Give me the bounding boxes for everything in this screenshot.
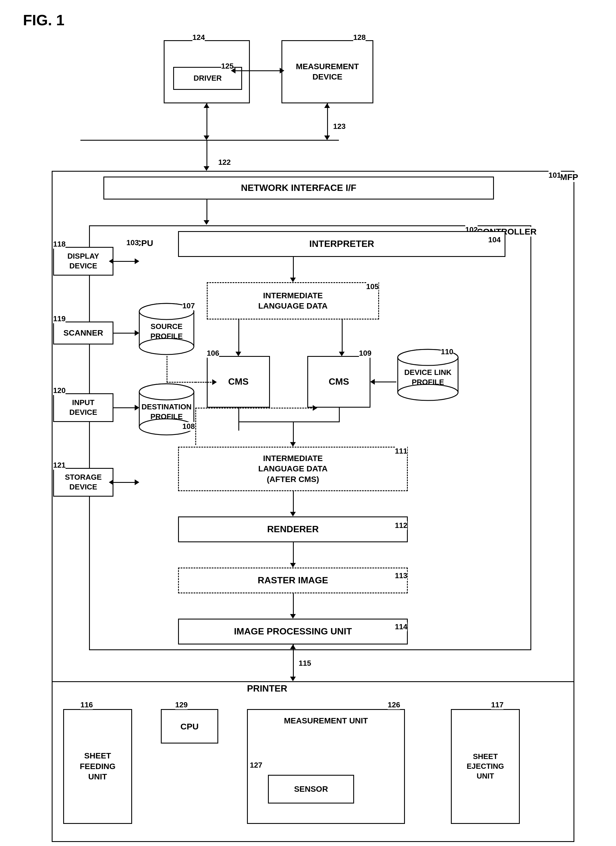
ref-117: 117 <box>491 701 503 709</box>
ref-103: 103 <box>126 238 139 247</box>
intermediate-lang-after-box: INTERMEDIATE LANGUAGE DATA (AFTER CMS) <box>178 446 408 491</box>
ref-129: 129 <box>175 701 188 709</box>
device-link-profile-label: DEVICE LINK PROFILE <box>404 368 452 387</box>
arrowhead-dlp-to-cms2 <box>370 379 375 385</box>
ref-123: 123 <box>333 122 345 131</box>
arrow-cms-join-h <box>238 422 340 422</box>
arrow-display-h <box>113 261 137 262</box>
ref-122: 122 <box>218 158 231 167</box>
pc-box: PC DRIVER <box>164 40 250 103</box>
arrowhead-source-cms1 <box>212 379 217 385</box>
arrow-storage-h <box>113 482 137 483</box>
arrowhead-pc-up <box>204 103 209 108</box>
arrowhead-interpreter-down <box>290 278 296 282</box>
ref-121: 121 <box>53 461 65 470</box>
interpreter-box: INTERPRETER <box>178 231 506 257</box>
ref-110: 110 <box>441 347 453 356</box>
display-device-box: DISPLAY DEVICE <box>53 247 113 276</box>
arrowhead-to-raster <box>290 563 296 567</box>
measurement-device-box: MEASUREMENT DEVICE <box>281 40 373 103</box>
arrow-pc-down <box>206 103 207 138</box>
measurement-unit-box: MEASUREMENT UNIT SENSOR <box>247 709 405 824</box>
arrow-raster-down <box>293 593 294 616</box>
arrowhead-to-cms1 <box>235 352 241 356</box>
arrow-ipu-down <box>293 645 294 679</box>
ref-107: 107 <box>182 301 195 310</box>
ref-126: 126 <box>388 701 400 709</box>
measurement-unit-label: MEASUREMENT UNIT <box>254 716 398 726</box>
ref-104: 104 <box>488 235 501 244</box>
raster-image-box: RASTER IMAGE <box>178 567 408 593</box>
arrowhead-display-right <box>135 258 139 264</box>
sensor-box: SENSOR <box>268 775 354 803</box>
ref-127: 127 <box>250 761 262 770</box>
network-interface-box: NETWORK INTERFACE I/F <box>103 176 494 200</box>
diagram: FIG. 1 PC DRIVER 124 125 MEASUREMENT DEV… <box>23 12 592 833</box>
sheet-feeding-box: SHEET FEEDING UNIT <box>63 709 132 824</box>
arrow-dest-h-dashed <box>195 408 315 408</box>
arrow-join-down <box>293 422 294 444</box>
arrowhead-dest-cms2 <box>313 405 318 411</box>
arrowhead-pc-down-bottom <box>204 135 209 140</box>
input-device-box: INPUT DEVICE <box>53 393 113 422</box>
cms2-box: CMS <box>307 356 370 408</box>
arrow-cms1-down <box>238 408 239 430</box>
arrow-meas-down <box>327 103 328 138</box>
scanner-box: SCANNER <box>53 322 113 345</box>
arrow-ildata-to-cms1 <box>238 320 239 354</box>
ref-112: 112 <box>395 521 407 530</box>
arrowhead-storage-left <box>109 479 113 485</box>
arrow-dlp-to-cms2 <box>372 382 396 382</box>
arrowhead-to-cms2 <box>339 352 345 356</box>
printer-label: PRINTER <box>247 683 287 694</box>
arrow-source-to-cms1-dashed <box>195 382 214 383</box>
arrowhead-meas-down <box>324 135 330 140</box>
bus-line <box>81 140 339 141</box>
ref-115: 115 <box>298 659 311 668</box>
ref-120: 120 <box>53 386 65 395</box>
arrowhead-to-renderer <box>290 512 296 517</box>
arrowhead-to-ipu <box>290 614 296 618</box>
ref-116: 116 <box>81 701 93 709</box>
ref-105: 105 <box>366 282 378 291</box>
arrow-ilafter-to-renderer <box>293 491 294 514</box>
arrow-renderer-down <box>293 542 294 565</box>
arrow-bus-to-network <box>206 140 207 169</box>
arrowhead-to-network <box>204 166 209 171</box>
figure-title: FIG. 1 <box>23 12 64 29</box>
ref-119: 119 <box>53 314 65 323</box>
arrowhead-to-measurement <box>280 68 284 73</box>
storage-device-box: STORAGE DEVICE <box>53 468 113 496</box>
arrowhead-ipu-up <box>290 645 296 649</box>
sheet-ejecting-box: SHEET EJECTING UNIT <box>451 709 520 824</box>
arrow-scanner-h <box>113 333 137 333</box>
renderer-box: RENDERER <box>178 517 408 542</box>
arrowhead-ipu-down <box>290 677 296 681</box>
arrow-interpreter-down <box>293 257 294 280</box>
ref-111: 111 <box>395 446 407 455</box>
arrow-input-h <box>113 407 137 408</box>
image-processing-box: IMAGE PROCESSING UNIT <box>178 618 408 645</box>
arrow-cms2-down <box>339 408 340 422</box>
arrowhead-meas-up <box>324 103 330 108</box>
ref-124: 124 <box>193 33 205 42</box>
ref-101: 101 <box>548 171 561 180</box>
ref-106: 106 <box>207 349 219 358</box>
arrowhead-display-left <box>109 258 113 264</box>
arrow-source-v-dashed <box>166 356 168 382</box>
destination-profile-label: DESTINATION PROFILE <box>141 402 191 422</box>
ref-128: 128 <box>353 33 366 42</box>
arrowhead-network-down <box>204 220 209 225</box>
printer-cpu-box: CPU <box>161 709 218 743</box>
source-profile-label: SOURCE PROFILE <box>150 322 183 341</box>
ref-113: 113 <box>395 571 407 580</box>
arrow-driver-measurement <box>235 70 281 71</box>
svg-point-11 <box>139 384 194 400</box>
arrowhead-join-down <box>290 442 296 446</box>
intermediate-lang-box: INTERMEDIATE LANGUAGE DATA <box>207 282 379 320</box>
mfp-label: MFP <box>560 172 578 182</box>
ref-118: 118 <box>53 240 65 248</box>
arrow-dest-v-dashed <box>195 408 196 445</box>
ref-108: 108 <box>182 422 195 431</box>
ref-109: 109 <box>359 349 371 358</box>
